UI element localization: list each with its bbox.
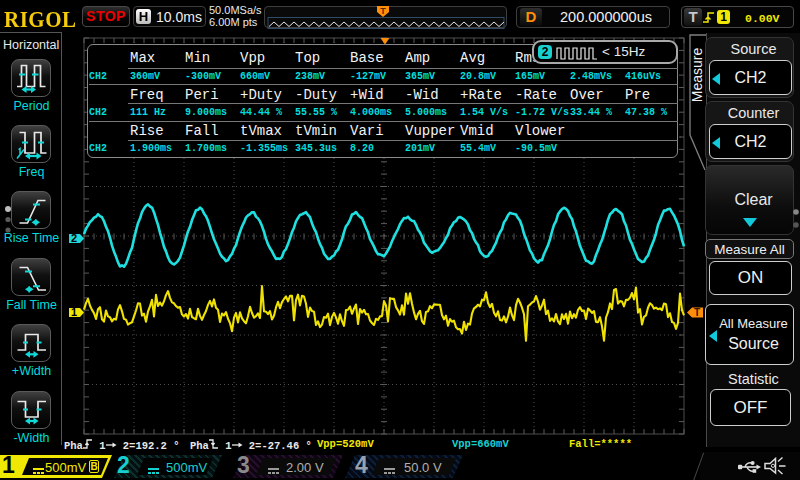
svg-text:T: T [380, 6, 386, 16]
svg-text:1: 1 [71, 306, 77, 318]
svg-text:2: 2 [71, 232, 77, 244]
svg-text:T: T [694, 307, 700, 318]
